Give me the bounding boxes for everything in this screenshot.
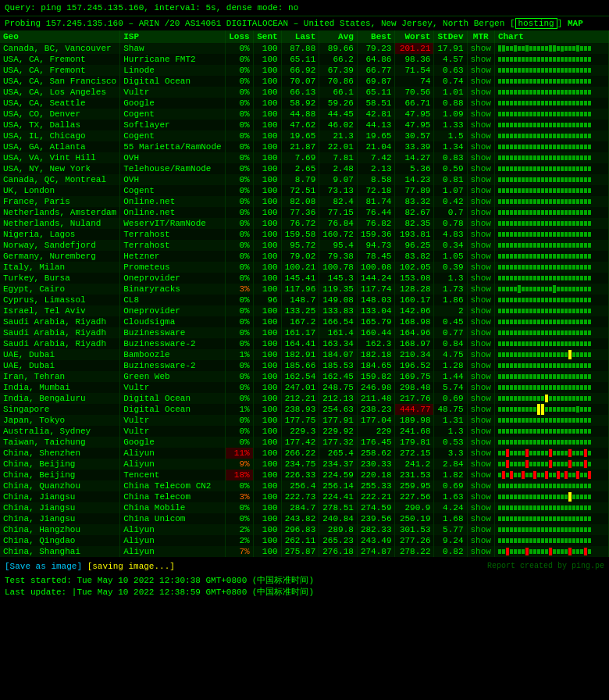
cell-mtr[interactable]: show [467, 491, 494, 502]
cell-mtr[interactable]: show [467, 316, 494, 327]
cell-best: 19.65 [357, 130, 395, 141]
cell-chart [494, 207, 608, 218]
header-chart: Chart [494, 30, 608, 43]
cell-mtr[interactable]: show [467, 141, 494, 152]
cell-isp: Oneprovider [120, 273, 225, 284]
cell-mtr[interactable]: show [467, 240, 494, 251]
table-row: USA, CA, Fremont Hurricane FMT2 0% 100 6… [0, 54, 609, 65]
cell-mtr[interactable]: show [467, 524, 494, 535]
cell-loss: 0% [225, 43, 253, 54]
cell-mtr[interactable]: show [467, 152, 494, 163]
cell-mtr[interactable]: show [467, 284, 494, 295]
cell-sent: 100 [253, 98, 281, 109]
cell-mtr[interactable]: show [467, 415, 494, 426]
cell-mtr[interactable]: show [467, 87, 494, 98]
cell-mtr[interactable]: show [467, 360, 494, 371]
cell-mtr[interactable]: show [467, 349, 494, 360]
cell-mtr[interactable]: show [467, 502, 494, 513]
cell-mtr[interactable]: show [467, 305, 494, 316]
cell-stdev: 2.84 [434, 459, 467, 470]
last-update: Last update: |Tue May 10 2022 12:38:59 G… [5, 586, 604, 598]
cell-geo: Italy, Milan [0, 262, 120, 273]
cell-mtr[interactable]: show [467, 251, 494, 262]
cell-mtr[interactable]: show [467, 130, 494, 141]
cell-last: 238.93 [281, 404, 319, 415]
cell-loss: 0% [225, 174, 253, 185]
cell-mtr[interactable]: show [467, 207, 494, 218]
cell-stdev: 48.75 [434, 404, 467, 415]
cell-mtr[interactable]: show [467, 393, 494, 404]
cell-isp: Buzinessware-2 [120, 360, 225, 371]
cell-mtr[interactable]: show [467, 262, 494, 273]
cell-mtr[interactable]: show [467, 120, 494, 130]
cell-mtr[interactable]: show [467, 513, 494, 524]
cell-mtr[interactable]: show [467, 196, 494, 207]
cell-geo: USA, TX, Dallas [0, 120, 120, 130]
cell-geo: China, Beijing [0, 459, 120, 470]
cell-mtr[interactable]: show [467, 448, 494, 459]
cell-stdev: 0.81 [434, 174, 467, 185]
cell-last: 234.75 [281, 459, 319, 470]
cell-mtr[interactable]: show [467, 382, 494, 393]
cell-avg: 161.4 [319, 327, 358, 338]
cell-chart [494, 295, 608, 305]
cell-mtr[interactable]: show [467, 109, 494, 120]
cell-chart [494, 546, 608, 557]
save-image-link[interactable]: [Save as image] [5, 562, 82, 571]
cell-worst: 196.52 [395, 360, 434, 371]
cell-mtr[interactable]: show [467, 218, 494, 229]
cell-geo: India, Bengaluru [0, 393, 120, 404]
cell-best: 222.21 [357, 491, 395, 502]
cell-chart [494, 273, 608, 284]
cell-mtr[interactable]: show [467, 535, 494, 546]
cell-mtr[interactable]: show [467, 98, 494, 109]
cell-mtr[interactable]: show [467, 338, 494, 349]
cell-isp: CL8 [120, 295, 225, 305]
cell-mtr[interactable]: show [467, 273, 494, 284]
cell-best: 229 [357, 426, 395, 437]
cell-mtr[interactable]: show [467, 229, 494, 240]
cell-geo: USA, CA, Fremont [0, 65, 120, 76]
map-link[interactable]: MAP [568, 19, 583, 28]
cell-mtr[interactable]: show [467, 371, 494, 382]
cell-worst: 217.76 [395, 393, 434, 404]
cell-mtr[interactable]: show [467, 43, 494, 54]
table-header-row: Geo ISP Loss Sent Last Avg Best Worst St… [0, 30, 609, 43]
cell-last: 256.4 [281, 480, 319, 491]
cell-mtr[interactable]: show [467, 437, 494, 448]
cell-geo: Nigeria, Lagos [0, 229, 120, 240]
probe-text: Probing 157.245.135.160 – ARIN /20 AS140… [5, 18, 583, 29]
cell-loss: 0% [225, 109, 253, 120]
cell-loss: 1% [225, 349, 253, 360]
cell-worst: 5.36 [395, 163, 434, 174]
cell-mtr[interactable]: show [467, 54, 494, 65]
cell-last: 226.33 [281, 470, 319, 480]
cell-mtr[interactable]: show [467, 404, 494, 415]
cell-stdev: 1.31 [434, 415, 467, 426]
cell-worst: 98.36 [395, 54, 434, 65]
cell-sent: 100 [253, 141, 281, 152]
cell-mtr[interactable]: show [467, 76, 494, 87]
cell-best: 21.04 [357, 141, 395, 152]
cell-best: 64.86 [357, 54, 395, 65]
cell-mtr[interactable]: show [467, 65, 494, 76]
cell-worst: 160.17 [395, 295, 434, 305]
hosting-badge[interactable]: hosting [515, 18, 557, 29]
cell-worst: 82.67 [395, 207, 434, 218]
cell-isp: Online.net [120, 196, 225, 207]
cell-mtr[interactable]: show [467, 174, 494, 185]
cell-loss: 0% [225, 120, 253, 130]
cell-mtr[interactable]: show [467, 480, 494, 491]
cell-mtr[interactable]: show [467, 470, 494, 480]
table-row: Saudi Arabia, Riyadh Cloudsigma 0% 100 1… [0, 316, 609, 327]
cell-mtr[interactable]: show [467, 295, 494, 305]
cell-last: 212.21 [281, 393, 319, 404]
cell-mtr[interactable]: show [467, 459, 494, 470]
cell-mtr[interactable]: show [467, 327, 494, 338]
cell-mtr[interactable]: show [467, 426, 494, 437]
cell-mtr[interactable]: show [467, 163, 494, 174]
cell-avg: 100.78 [319, 262, 358, 273]
cell-mtr[interactable]: show [467, 185, 494, 196]
cell-mtr[interactable]: show [467, 546, 494, 557]
table-row: China, Jiangsu China Telecom 3% 100 222.… [0, 491, 609, 502]
